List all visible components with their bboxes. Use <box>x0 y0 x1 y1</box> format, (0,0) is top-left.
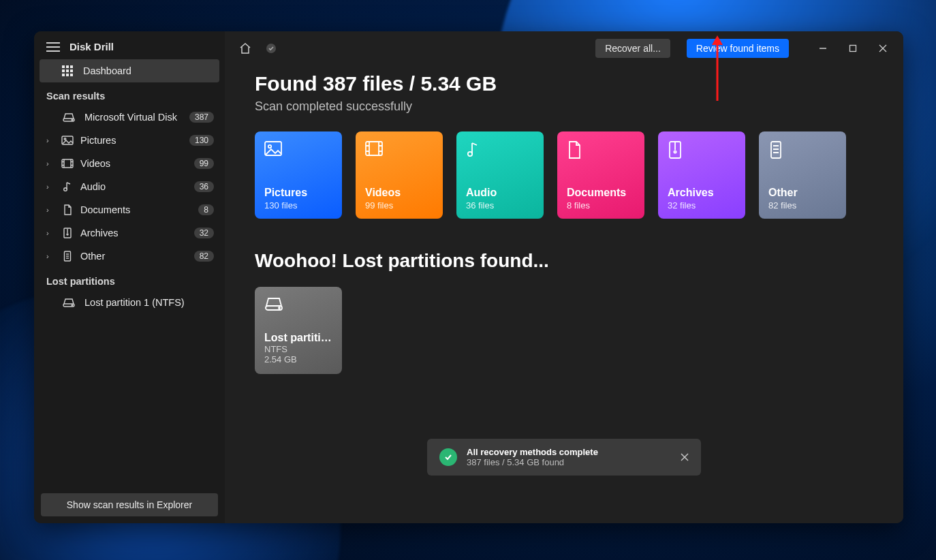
file-icon <box>768 141 786 159</box>
tile-videos[interactable]: Videos 99 files <box>356 131 443 219</box>
sidebar-item-label: Pictures <box>80 135 116 146</box>
tile-sub: 32 files <box>668 200 736 211</box>
check-icon <box>439 448 457 466</box>
sidebar-item-lost-partition[interactable]: Lost partition 1 (NTFS) <box>34 291 225 314</box>
results-subhead: Scan completed successfully <box>255 99 873 114</box>
file-icon <box>61 250 74 262</box>
sidebar-item-pictures[interactable]: › Pictures 130 <box>34 129 225 152</box>
tile-archives[interactable]: Archives 32 files <box>658 131 745 219</box>
document-icon <box>61 204 74 216</box>
tile-sub: 82 files <box>768 200 837 211</box>
category-tiles: Pictures 130 files Videos 99 files Audio… <box>255 131 873 219</box>
count-badge: 82 <box>194 251 214 262</box>
tile-sub: 130 files <box>264 200 332 211</box>
sidebar-item-label: Audio <box>80 181 106 192</box>
sidebar-item-archives[interactable]: › Archives 32 <box>34 221 225 245</box>
chevron-right-icon: › <box>46 229 54 237</box>
chevron-right-icon: › <box>46 183 54 191</box>
document-icon <box>567 141 584 159</box>
count-badge: 130 <box>189 135 214 146</box>
review-found-items-button[interactable]: Review found items <box>687 39 789 58</box>
chevron-right-icon: › <box>46 206 54 214</box>
svg-rect-4 <box>66 69 69 72</box>
sidebar-item-other[interactable]: › Other 82 <box>34 245 225 268</box>
nav-dashboard-label: Dashboard <box>83 65 131 76</box>
sidebar-item-disk[interactable]: Microsoft Virtual Disk 387 <box>34 106 225 129</box>
section-lost-partitions: Lost partitions <box>34 268 225 291</box>
count-badge: 32 <box>194 228 214 238</box>
count-badge: 387 <box>189 112 214 123</box>
image-icon <box>264 141 282 159</box>
nav-dashboard[interactable]: Dashboard <box>40 59 219 82</box>
tile-title: Documents <box>567 187 635 199</box>
grid-icon <box>61 65 74 77</box>
svg-rect-48 <box>771 142 781 158</box>
tile-title: Archives <box>668 187 736 199</box>
svg-point-12 <box>64 138 66 140</box>
partition-title: Lost partitio… <box>264 332 332 344</box>
minimize-button[interactable] <box>808 37 838 59</box>
sidebar-item-audio[interactable]: › Audio 36 <box>34 175 225 198</box>
partition-fs: NTFS <box>264 344 332 354</box>
lost-partitions-headline: Woohoo! Lost partitions found... <box>255 250 873 272</box>
lost-partition-tile[interactable]: Lost partitio… NTFS 2.54 GB <box>255 287 342 374</box>
maximize-button[interactable] <box>838 37 868 59</box>
svg-point-29 <box>72 305 73 306</box>
image-icon <box>61 134 74 146</box>
tile-pictures[interactable]: Pictures 130 files <box>255 131 342 219</box>
tile-sub: 99 files <box>365 200 433 211</box>
archive-icon <box>668 141 685 159</box>
disk-icon <box>63 111 75 123</box>
app-window: Disk Drill Dashboard Scan results Micros… <box>34 31 903 523</box>
check-shield-icon[interactable] <box>263 40 279 57</box>
partition-size: 2.54 GB <box>264 354 332 364</box>
svg-point-10 <box>72 119 73 121</box>
svg-rect-0 <box>62 65 65 68</box>
svg-rect-6 <box>62 74 65 76</box>
count-badge: 8 <box>198 204 214 215</box>
toast-subtitle: 387 files / 5.34 GB found <box>467 457 598 467</box>
archive-icon <box>61 227 74 239</box>
titlebar: Recover all... Review found items <box>225 31 903 65</box>
disk-icon <box>264 296 332 311</box>
toast-title: All recovery methods complete <box>467 447 598 457</box>
sidebar: Disk Drill Dashboard Scan results Micros… <box>34 31 225 523</box>
main-pane: Recover all... Review found items Found … <box>225 31 903 523</box>
sidebar-item-label: Videos <box>80 158 110 169</box>
close-button[interactable] <box>868 37 898 59</box>
tile-documents[interactable]: Documents 8 files <box>557 131 644 219</box>
chevron-right-icon: › <box>46 252 54 260</box>
show-in-explorer-button[interactable]: Show scan results in Explorer <box>41 493 218 516</box>
completion-toast: All recovery methods complete 387 files … <box>427 439 701 476</box>
svg-rect-32 <box>850 46 856 52</box>
tile-title: Audio <box>466 187 534 199</box>
sidebar-item-documents[interactable]: › Documents 8 <box>34 198 225 221</box>
audio-icon <box>61 181 74 193</box>
sidebar-item-videos[interactable]: › Videos 99 <box>34 152 225 175</box>
tile-audio[interactable]: Audio 36 files <box>456 131 544 219</box>
audio-icon <box>466 141 484 159</box>
svg-rect-8 <box>70 74 73 76</box>
svg-rect-2 <box>70 65 73 68</box>
home-icon[interactable] <box>237 40 253 57</box>
tile-title: Pictures <box>264 187 332 199</box>
svg-point-23 <box>67 234 68 235</box>
sidebar-item-label: Microsoft Virtual Disk <box>84 112 177 123</box>
tile-title: Videos <box>365 187 433 199</box>
svg-point-36 <box>268 145 271 148</box>
svg-point-53 <box>279 307 280 309</box>
count-badge: 36 <box>194 181 214 192</box>
sidebar-item-label: Archives <box>80 228 119 238</box>
svg-point-47 <box>674 151 676 153</box>
recover-all-button[interactable]: Recover all... <box>595 39 670 58</box>
count-badge: 99 <box>194 158 214 169</box>
svg-rect-7 <box>66 74 69 76</box>
chevron-right-icon: › <box>46 159 54 168</box>
svg-rect-3 <box>62 69 65 72</box>
menu-icon[interactable] <box>46 42 60 52</box>
tile-other[interactable]: Other 82 files <box>759 131 846 219</box>
svg-rect-1 <box>66 65 69 68</box>
video-icon <box>61 157 74 170</box>
tile-sub: 8 files <box>567 200 635 211</box>
toast-close-button[interactable] <box>681 453 689 461</box>
